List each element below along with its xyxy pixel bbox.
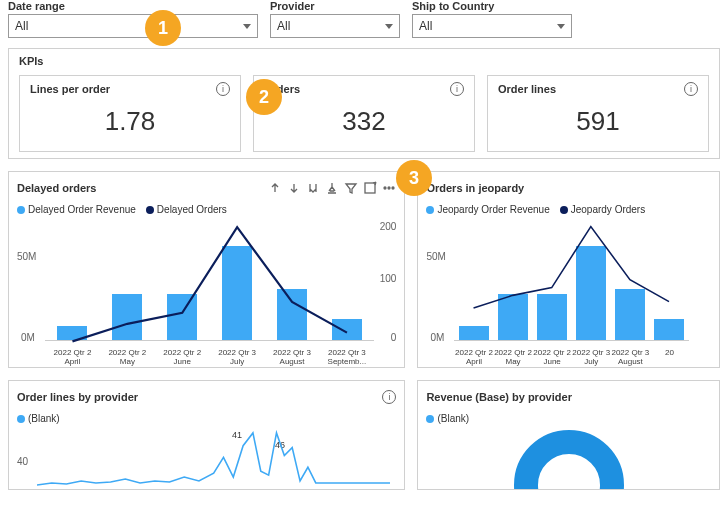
legend-item[interactable]: (Blank) (426, 413, 469, 424)
kpi-order-lines[interactable]: Order lines i 591 (487, 75, 709, 152)
donut-chart (514, 430, 624, 490)
filter-ship-value: All (419, 19, 432, 33)
info-icon[interactable]: i (216, 82, 230, 96)
filter-daterange-value: All (15, 19, 28, 33)
filter-daterange[interactable]: All (8, 14, 258, 38)
legend-dot-icon (426, 206, 434, 214)
filter-label-daterange: Date range (8, 0, 258, 12)
legend-item[interactable]: Delayed Order Revenue (17, 204, 136, 215)
kpi-value: 1.78 (30, 106, 230, 137)
chart-title: Order lines by provider (17, 391, 138, 403)
focus-icon[interactable] (363, 181, 377, 195)
filter-label-ship: Ship to Country (412, 0, 572, 12)
svg-rect-0 (365, 183, 375, 193)
legend-dot-icon (17, 206, 25, 214)
chart-plot[interactable]: 50M 0M 2022 Qtr 2 April 2022 Qtr 2 May 2… (426, 221, 711, 361)
hierarchy-icon[interactable] (306, 181, 320, 195)
kpi-value: 332 (264, 106, 464, 137)
chevron-down-icon (243, 24, 251, 29)
info-icon[interactable]: i (450, 82, 464, 96)
callout-badge-3: 3 (396, 160, 432, 196)
chart-title: Delayed orders (17, 182, 96, 194)
kpis-section: KPIs Lines per order i 1.78 Orders i 332… (8, 48, 720, 159)
chart-jeopardy-orders[interactable]: Orders in jeopardy Jeopardy Order Revenu… (417, 171, 720, 368)
legend-item[interactable]: Jeopardy Order Revenue (426, 204, 549, 215)
filter-label-provider: Provider (270, 0, 400, 12)
legend-dot-icon (17, 415, 25, 423)
svg-point-2 (388, 187, 390, 189)
legend-item[interactable]: Delayed Orders (146, 204, 227, 215)
chevron-down-icon (385, 24, 393, 29)
chart-revenue-provider[interactable]: Revenue (Base) by provider (Blank) (417, 380, 720, 490)
legend-dot-icon (146, 206, 154, 214)
drill-down-icon[interactable] (287, 181, 301, 195)
info-icon[interactable]: i (382, 390, 396, 404)
callout-badge-2: 2 (246, 79, 282, 115)
kpi-label: Order lines (498, 83, 556, 95)
info-icon[interactable]: i (684, 82, 698, 96)
kpi-lines-per-order[interactable]: Lines per order i 1.78 (19, 75, 241, 152)
kpi-orders[interactable]: Orders i 332 (253, 75, 475, 152)
legend-dot-icon (560, 206, 568, 214)
drill-up-icon[interactable] (268, 181, 282, 195)
svg-point-1 (384, 187, 386, 189)
svg-point-3 (392, 187, 394, 189)
chart-delayed-orders[interactable]: Delayed orders Delayed Order Revenue Del… (8, 171, 405, 368)
chart-toolbar (268, 181, 396, 195)
chevron-down-icon (557, 24, 565, 29)
expand-icon[interactable] (325, 181, 339, 195)
filter-ship[interactable]: All (412, 14, 572, 38)
filter-icon[interactable] (344, 181, 358, 195)
legend-item[interactable]: (Blank) (17, 413, 60, 424)
filter-provider-value: All (277, 19, 290, 33)
more-icon[interactable] (382, 181, 396, 195)
kpi-value: 591 (498, 106, 698, 137)
kpis-title: KPIs (19, 55, 709, 71)
legend-dot-icon (426, 415, 434, 423)
kpi-label: Lines per order (30, 83, 110, 95)
callout-badge-1: 1 (145, 10, 181, 46)
legend-item[interactable]: Jeopardy Orders (560, 204, 645, 215)
chart-title: Orders in jeopardy (426, 182, 524, 194)
filter-provider[interactable]: All (270, 14, 400, 38)
chart-title: Revenue (Base) by provider (426, 391, 572, 403)
chart-order-lines-provider[interactable]: Order lines by provider i (Blank) 40 41 … (8, 380, 405, 490)
chart-plot[interactable]: 50M 0M 200 100 0 2022 Qtr 2 April 2022 Q… (17, 221, 396, 361)
